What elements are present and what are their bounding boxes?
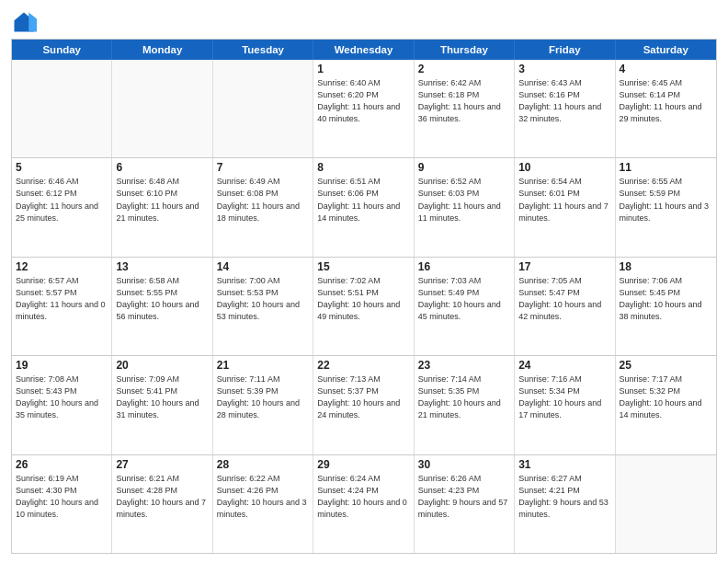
cal-cell: 27Sunrise: 6:21 AM Sunset: 4:28 PM Dayli… <box>112 455 212 553</box>
cal-cell: 20Sunrise: 7:09 AM Sunset: 5:41 PM Dayli… <box>112 356 212 454</box>
day-info: Sunrise: 6:27 AM Sunset: 4:21 PM Dayligh… <box>518 473 610 521</box>
day-info: Sunrise: 6:40 AM Sunset: 6:20 PM Dayligh… <box>317 77 409 125</box>
cal-week: 26Sunrise: 6:19 AM Sunset: 4:30 PM Dayli… <box>12 454 716 553</box>
cal-week: 19Sunrise: 7:08 AM Sunset: 5:43 PM Dayli… <box>12 355 716 454</box>
day-number: 18 <box>620 260 712 273</box>
day-number: 16 <box>418 260 510 273</box>
day-info: Sunrise: 7:11 AM Sunset: 5:39 PM Dayligh… <box>217 373 309 421</box>
calendar-header-row: SundayMondayTuesdayWednesdayThursdayFrid… <box>12 40 716 60</box>
logo-icon <box>11 9 37 35</box>
cal-cell: 14Sunrise: 7:00 AM Sunset: 5:53 PM Dayli… <box>213 258 313 355</box>
cal-cell: 1Sunrise: 6:40 AM Sunset: 6:20 PM Daylig… <box>313 60 414 157</box>
day-info: Sunrise: 6:43 AM Sunset: 6:16 PM Dayligh… <box>518 77 610 125</box>
cal-cell: 12Sunrise: 6:57 AM Sunset: 5:57 PM Dayli… <box>12 258 112 355</box>
day-info: Sunrise: 6:26 AM Sunset: 4:23 PM Dayligh… <box>418 473 510 521</box>
day-info: Sunrise: 6:49 AM Sunset: 6:08 PM Dayligh… <box>217 176 309 224</box>
header <box>11 9 717 35</box>
day-number: 23 <box>418 359 510 372</box>
day-number: 14 <box>217 260 309 273</box>
day-info: Sunrise: 6:42 AM Sunset: 6:18 PM Dayligh… <box>418 77 510 125</box>
day-info: Sunrise: 6:58 AM Sunset: 5:55 PM Dayligh… <box>116 275 208 323</box>
day-number: 21 <box>217 359 309 372</box>
day-number: 8 <box>317 161 409 174</box>
day-number: 31 <box>518 458 610 471</box>
day-number: 15 <box>317 260 409 273</box>
cal-week: 1Sunrise: 6:40 AM Sunset: 6:20 PM Daylig… <box>12 60 716 157</box>
cal-cell: 16Sunrise: 7:03 AM Sunset: 5:49 PM Dayli… <box>415 258 515 355</box>
cal-cell: 21Sunrise: 7:11 AM Sunset: 5:39 PM Dayli… <box>213 356 313 454</box>
cal-cell: 8Sunrise: 6:51 AM Sunset: 6:06 PM Daylig… <box>313 158 414 256</box>
cal-cell: 3Sunrise: 6:43 AM Sunset: 6:16 PM Daylig… <box>515 60 615 157</box>
day-info: Sunrise: 6:57 AM Sunset: 5:57 PM Dayligh… <box>16 275 108 323</box>
cal-cell: 5Sunrise: 6:46 AM Sunset: 6:12 PM Daylig… <box>12 158 112 256</box>
cal-cell: 26Sunrise: 6:19 AM Sunset: 4:30 PM Dayli… <box>12 455 112 553</box>
cal-cell: 19Sunrise: 7:08 AM Sunset: 5:43 PM Dayli… <box>12 356 112 454</box>
day-number: 13 <box>116 260 208 273</box>
cal-header-cell: Thursday <box>415 40 515 60</box>
day-info: Sunrise: 7:17 AM Sunset: 5:32 PM Dayligh… <box>620 373 712 421</box>
cal-cell <box>616 455 716 553</box>
day-number: 4 <box>620 63 712 75</box>
day-number: 30 <box>418 458 510 471</box>
cal-cell: 7Sunrise: 6:49 AM Sunset: 6:08 PM Daylig… <box>213 158 313 256</box>
day-info: Sunrise: 6:45 AM Sunset: 6:14 PM Dayligh… <box>620 77 712 125</box>
day-info: Sunrise: 6:24 AM Sunset: 4:24 PM Dayligh… <box>317 473 409 521</box>
day-number: 2 <box>418 63 510 75</box>
cal-cell: 22Sunrise: 7:13 AM Sunset: 5:37 PM Dayli… <box>313 356 414 454</box>
cal-header-cell: Monday <box>112 40 212 60</box>
day-info: Sunrise: 6:55 AM Sunset: 5:59 PM Dayligh… <box>620 176 712 224</box>
day-number: 26 <box>16 458 108 471</box>
day-number: 27 <box>116 458 208 471</box>
day-number: 12 <box>16 260 108 273</box>
cal-cell <box>12 60 112 157</box>
cal-cell: 11Sunrise: 6:55 AM Sunset: 5:59 PM Dayli… <box>616 158 716 256</box>
svg-marker-1 <box>28 13 37 32</box>
day-number: 25 <box>620 359 712 372</box>
cal-cell: 10Sunrise: 6:54 AM Sunset: 6:01 PM Dayli… <box>515 158 615 256</box>
day-info: Sunrise: 7:08 AM Sunset: 5:43 PM Dayligh… <box>16 373 108 421</box>
day-number: 29 <box>317 458 409 471</box>
day-number: 28 <box>217 458 309 471</box>
cal-cell: 31Sunrise: 6:27 AM Sunset: 4:21 PM Dayli… <box>515 455 615 553</box>
cal-cell: 9Sunrise: 6:52 AM Sunset: 6:03 PM Daylig… <box>415 158 515 256</box>
cal-cell: 23Sunrise: 7:14 AM Sunset: 5:35 PM Dayli… <box>415 356 515 454</box>
day-info: Sunrise: 6:46 AM Sunset: 6:12 PM Dayligh… <box>16 176 108 224</box>
day-info: Sunrise: 7:03 AM Sunset: 5:49 PM Dayligh… <box>418 275 510 323</box>
cal-cell <box>112 60 212 157</box>
cal-cell: 17Sunrise: 7:05 AM Sunset: 5:47 PM Dayli… <box>515 258 615 355</box>
day-info: Sunrise: 6:54 AM Sunset: 6:01 PM Dayligh… <box>518 176 610 224</box>
day-number: 6 <box>116 161 208 174</box>
cal-cell: 30Sunrise: 6:26 AM Sunset: 4:23 PM Dayli… <box>415 455 515 553</box>
day-info: Sunrise: 7:02 AM Sunset: 5:51 PM Dayligh… <box>317 275 409 323</box>
day-number: 5 <box>16 161 108 174</box>
day-info: Sunrise: 7:16 AM Sunset: 5:34 PM Dayligh… <box>518 373 610 421</box>
day-info: Sunrise: 6:51 AM Sunset: 6:06 PM Dayligh… <box>317 176 409 224</box>
cal-cell: 2Sunrise: 6:42 AM Sunset: 6:18 PM Daylig… <box>415 60 515 157</box>
day-number: 11 <box>620 161 712 174</box>
day-info: Sunrise: 6:19 AM Sunset: 4:30 PM Dayligh… <box>16 473 108 521</box>
cal-cell <box>213 60 313 157</box>
day-info: Sunrise: 7:13 AM Sunset: 5:37 PM Dayligh… <box>317 373 409 421</box>
cal-header-cell: Tuesday <box>213 40 313 60</box>
cal-header-cell: Friday <box>515 40 615 60</box>
day-info: Sunrise: 6:21 AM Sunset: 4:28 PM Dayligh… <box>116 473 208 521</box>
day-info: Sunrise: 7:09 AM Sunset: 5:41 PM Dayligh… <box>116 373 208 421</box>
page: SundayMondayTuesdayWednesdayThursdayFrid… <box>0 0 728 563</box>
day-info: Sunrise: 6:22 AM Sunset: 4:26 PM Dayligh… <box>217 473 309 521</box>
cal-cell: 18Sunrise: 7:06 AM Sunset: 5:45 PM Dayli… <box>616 258 716 355</box>
day-number: 20 <box>116 359 208 372</box>
day-number: 7 <box>217 161 309 174</box>
calendar-body: 1Sunrise: 6:40 AM Sunset: 6:20 PM Daylig… <box>12 60 716 553</box>
cal-header-cell: Wednesday <box>313 40 414 60</box>
cal-header-cell: Sunday <box>12 40 112 60</box>
day-number: 24 <box>518 359 610 372</box>
day-number: 22 <box>317 359 409 372</box>
day-info: Sunrise: 7:14 AM Sunset: 5:35 PM Dayligh… <box>418 373 510 421</box>
cal-cell: 25Sunrise: 7:17 AM Sunset: 5:32 PM Dayli… <box>616 356 716 454</box>
day-info: Sunrise: 7:00 AM Sunset: 5:53 PM Dayligh… <box>217 275 309 323</box>
cal-cell: 24Sunrise: 7:16 AM Sunset: 5:34 PM Dayli… <box>515 356 615 454</box>
day-number: 17 <box>518 260 610 273</box>
cal-week: 12Sunrise: 6:57 AM Sunset: 5:57 PM Dayli… <box>12 257 716 355</box>
logo <box>11 9 40 35</box>
cal-header-cell: Saturday <box>616 40 716 60</box>
